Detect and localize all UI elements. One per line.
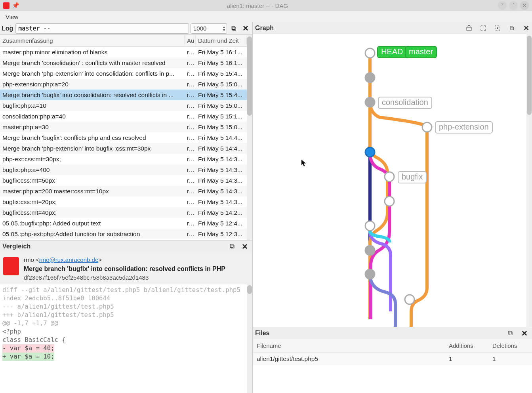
- log-author: r...: [185, 69, 196, 78]
- graph-scrollbar-thumb[interactable]: [527, 36, 532, 115]
- graph-scrollbar[interactable]: [526, 34, 532, 327]
- log-row[interactable]: Merge branch 'php-extension' into bugfix…: [0, 143, 247, 154]
- close-icon[interactable]: ✕: [240, 23, 251, 34]
- file-row[interactable]: alien1/gittest/test.php5 1 1: [253, 353, 532, 365]
- ref-php-extension[interactable]: php-extension: [435, 121, 493, 134]
- files-title: Files: [255, 330, 269, 337]
- diff-hunk: @@ -1,7 +1,7 @@: [2, 320, 58, 327]
- log-summary: php-extension:php:a=20: [0, 80, 185, 89]
- commit-subject: Merge branch 'bugfix' into consolidation…: [24, 264, 225, 273]
- menu-view[interactable]: View: [3, 13, 21, 21]
- log-summary: Merge branch 'bugfix': conflicts php and…: [0, 134, 185, 142]
- col-additions[interactable]: Additions: [445, 341, 488, 351]
- log-author: r...: [185, 80, 196, 89]
- commit-author: rmo <rmo@rux.anraconb.de>: [24, 256, 225, 264]
- ref-head[interactable]: HEAD: [377, 46, 407, 58]
- popout-icon[interactable]: ⧉: [508, 25, 515, 32]
- log-row[interactable]: Merge branch 'bugfix' into consolidation…: [0, 90, 247, 100]
- log-summary: bugfix:css:mt=50px: [0, 176, 185, 185]
- minimize-button[interactable]: ˅: [498, 1, 507, 10]
- expand-icon[interactable]: [480, 25, 487, 32]
- log-row[interactable]: Merge branch 'consolidation' : conflicts…: [0, 57, 247, 68]
- log-row[interactable]: master:php:a=30r...Fri May 5 15:0...: [0, 122, 247, 132]
- log-date: Fri May 5 14:2...: [196, 208, 247, 217]
- ref-bugfix[interactable]: bugfix: [398, 171, 427, 183]
- log-author: r...: [185, 198, 196, 206]
- log-row[interactable]: Merge branch 'bugfix': conflicts php and…: [0, 132, 247, 143]
- log-author: r...: [185, 48, 196, 57]
- log-row[interactable]: bugfix:css:mt=50pxr...Fri May 5 14:3...: [0, 175, 247, 186]
- log-summary: master:php:a=200 master:css:mt=10px: [0, 187, 185, 196]
- log-row[interactable]: bugfix:php:a=400r...Fri May 5 14:3...: [0, 164, 247, 175]
- limit-spinner[interactable]: 1000 ▴▾: [191, 23, 227, 34]
- close-icon[interactable]: ✕: [519, 328, 530, 338]
- log-row[interactable]: php-ext:css:mt=30px;r...Fri May 5 14:3..…: [0, 154, 247, 164]
- diff-scrollbar[interactable]: [247, 284, 252, 393]
- ref-master[interactable]: master: [405, 46, 437, 58]
- log-row[interactable]: master:php:a=200 master:css:mt=10pxr...F…: [0, 186, 247, 196]
- col-date[interactable]: Datum und Zeit: [196, 36, 247, 46]
- log-author: r...: [185, 230, 196, 238]
- log-date: Fri May 5 15:0...: [196, 80, 247, 89]
- log-row[interactable]: Merge branch 'php-extension' into consol…: [0, 68, 247, 79]
- svg-point-9: [385, 196, 394, 206]
- col-summary[interactable]: Zusammenfassung: [0, 36, 185, 46]
- log-summary: bugfix:php:a=10: [0, 101, 185, 110]
- lock-icon[interactable]: [465, 25, 473, 32]
- log-date: Fri May 5 15:1...: [196, 112, 247, 121]
- diff-scrollbar-thumb[interactable]: [247, 285, 252, 294]
- log-summary: Merge branch 'php-extension' into consol…: [0, 69, 185, 78]
- col-author[interactable]: Au: [185, 36, 196, 46]
- window-title: alien1: master -- - DAG: [19, 2, 496, 9]
- log-row[interactable]: bugfix:php:a=10r...Fri May 5 15:0...: [0, 100, 247, 111]
- popout-icon[interactable]: ⧉: [229, 23, 239, 34]
- log-date: Fri May 5 14:4...: [196, 144, 247, 153]
- graph-panel: Graph ⧉ ✕: [253, 22, 532, 327]
- graph-svg: [253, 34, 506, 327]
- close-button[interactable]: ✕: [520, 1, 529, 10]
- col-filename[interactable]: Filename: [253, 341, 445, 351]
- titlebar: 📌 alien1: master -- - DAG ˅ ˄ ✕: [0, 0, 532, 11]
- svg-point-8: [385, 172, 394, 181]
- svg-point-2: [497, 27, 498, 29]
- close-icon[interactable]: ✕: [240, 241, 250, 252]
- svg-point-5: [365, 97, 375, 107]
- log-row[interactable]: bugfix:css:mt=40px;r...Fri May 5 14:2...: [0, 207, 247, 218]
- log-author: r...: [185, 134, 196, 142]
- log-scrollbar-thumb[interactable]: [247, 36, 252, 116]
- graph-canvas[interactable]: HEAD master consolidation php-extension …: [253, 34, 526, 327]
- file-name: alien1/gittest/test.php5: [253, 354, 445, 364]
- log-row[interactable]: 05.05.:php-ext:php:Added function for su…: [0, 229, 247, 239]
- log-author: r...: [185, 59, 196, 67]
- author-email-link[interactable]: rmo@rux.anraconb.de: [39, 256, 98, 263]
- log-scrollbar[interactable]: [247, 35, 252, 240]
- log-author: r...: [185, 101, 196, 110]
- cursor-icon: [301, 159, 307, 167]
- spinner-arrows-icon[interactable]: ▴▾: [223, 25, 225, 32]
- log-date: Fri May 5 12:3...: [196, 230, 247, 238]
- log-row[interactable]: master:php:minor elimination of blanksr.…: [0, 47, 247, 57]
- avatar: [3, 257, 19, 275]
- diff-view[interactable]: diff --git a/alien1/gittest/test.php5 b/…: [0, 284, 252, 393]
- commit-hash: df23e87f166f75ef2548bc758b8a3ac5da2d1483: [24, 273, 225, 282]
- focus-icon[interactable]: [494, 25, 501, 32]
- log-date: Fri May 5 15:0...: [196, 123, 247, 132]
- maximize-button[interactable]: ˄: [509, 1, 518, 10]
- col-deletions[interactable]: Deletions: [488, 341, 532, 351]
- log-author: r...: [185, 112, 196, 121]
- log-row[interactable]: bugfix:css:mt=20px;r...Fri May 5 14:3...: [0, 196, 247, 207]
- log-date: Fri May 5 15:4...: [196, 91, 247, 99]
- log-row[interactable]: consolidation:php:a=40r...Fri May 5 15:1…: [0, 111, 247, 122]
- diff-ctx: <?php: [2, 328, 21, 335]
- log-author: r...: [185, 187, 196, 196]
- popout-icon[interactable]: ⧉: [227, 241, 237, 252]
- ref-consolidation[interactable]: consolidation: [378, 97, 432, 109]
- log-summary: 05.05.:bugfix:php: Added output text: [0, 219, 185, 228]
- popout-icon[interactable]: ⧉: [505, 328, 515, 338]
- log-row[interactable]: 05.05.:bugfix:php: Added output textr...…: [0, 218, 247, 229]
- svg-rect-0: [467, 27, 471, 31]
- log-row[interactable]: php-extension:php:a=20r...Fri May 5 15:0…: [0, 79, 247, 90]
- close-icon[interactable]: ✕: [522, 25, 530, 32]
- pin-icon[interactable]: 📌: [12, 2, 19, 9]
- rev-input[interactable]: [15, 23, 189, 34]
